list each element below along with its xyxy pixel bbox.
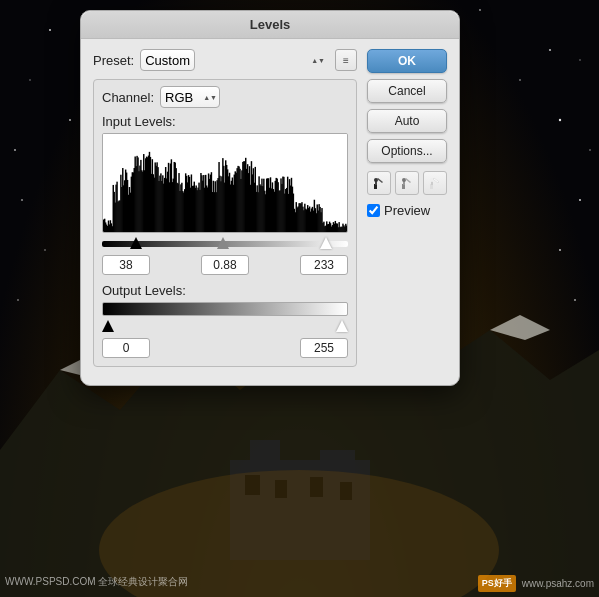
preset-label: Preset: — [93, 53, 134, 68]
watermark-left: WWW.PSPSD.COM 全球经典设计聚合网 — [5, 575, 188, 592]
black-input-handle[interactable] — [130, 237, 142, 249]
dialog-title: Levels — [250, 17, 290, 32]
options-button[interactable]: Options... — [367, 139, 447, 163]
histogram — [102, 133, 348, 233]
svg-point-11 — [579, 59, 580, 60]
svg-point-13 — [579, 199, 581, 201]
svg-point-18 — [574, 299, 576, 301]
white-output-input[interactable] — [300, 338, 348, 358]
black-output-input[interactable] — [102, 338, 150, 358]
watermark: WWW.PSPSD.COM 全球经典设计聚合网 PS好手 www.psahz.c… — [5, 575, 594, 592]
auto-button[interactable]: Auto — [367, 109, 447, 133]
output-level-fields — [102, 338, 348, 358]
output-slider-container[interactable] — [102, 320, 348, 334]
preview-checkbox[interactable] — [367, 204, 380, 217]
white-input-handle[interactable] — [320, 237, 332, 249]
ok-button[interactable]: OK — [367, 49, 447, 73]
cancel-button[interactable]: Cancel — [367, 79, 447, 103]
input-level-fields — [102, 255, 348, 275]
white-eyedropper-button[interactable] — [423, 171, 447, 195]
dialog-right-panel: OK Cancel Auto Options... — [367, 49, 447, 373]
svg-point-10 — [559, 119, 561, 121]
svg-point-9 — [519, 79, 521, 81]
svg-point-7 — [29, 79, 31, 81]
svg-point-15 — [21, 199, 23, 201]
input-levels-label: Input Levels: — [102, 114, 348, 129]
channel-select-wrapper: RGB Red Green Blue — [160, 86, 220, 108]
black-level-input[interactable] — [102, 255, 150, 275]
svg-point-8 — [69, 119, 71, 121]
svg-point-16 — [44, 249, 45, 250]
svg-point-12 — [14, 149, 16, 151]
watermark-right: www.psahz.com — [522, 578, 594, 589]
preview-label: Preview — [384, 203, 430, 218]
channel-label: Channel: — [102, 90, 154, 105]
preset-select[interactable]: Custom — [140, 49, 195, 71]
levels-dialog: Levels Preset: Custom ≡ Channel: — [80, 10, 460, 386]
svg-marker-24 — [490, 315, 550, 340]
preset-menu-button[interactable]: ≡ — [335, 49, 357, 71]
preview-row: Preview — [367, 203, 447, 218]
watermark-logo: PS好手 — [478, 575, 516, 592]
black-output-handle[interactable] — [102, 320, 114, 332]
input-slider-track[interactable] — [102, 237, 348, 251]
histogram-canvas — [103, 134, 347, 232]
channel-select[interactable]: RGB Red Green Blue — [160, 86, 220, 108]
svg-rect-26 — [250, 440, 280, 470]
midtone-level-input[interactable] — [201, 255, 249, 275]
gray-eyedropper-button[interactable] — [395, 171, 419, 195]
svg-point-6 — [549, 49, 551, 51]
svg-point-17 — [559, 249, 561, 251]
channel-group: Channel: RGB Red Green Blue Input Levels… — [93, 79, 357, 367]
dialog-left-panel: Preset: Custom ≡ Channel: RGB Red — [93, 49, 357, 373]
svg-point-5 — [479, 9, 481, 11]
midtone-input-handle[interactable] — [217, 237, 229, 249]
svg-point-19 — [17, 299, 19, 301]
dialog-titlebar: Levels — [81, 11, 459, 39]
preset-select-wrapper: Custom — [140, 49, 329, 71]
white-output-handle[interactable] — [336, 320, 348, 332]
channel-row: Channel: RGB Red Green Blue — [102, 86, 348, 108]
preset-row: Preset: Custom ≡ — [93, 49, 357, 71]
output-gradient — [102, 302, 348, 316]
output-levels-label: Output Levels: — [102, 283, 348, 298]
svg-point-14 — [589, 149, 591, 151]
svg-point-0 — [49, 29, 51, 31]
black-eyedropper-button[interactable] — [367, 171, 391, 195]
eyedropper-row — [367, 171, 447, 195]
white-level-input[interactable] — [300, 255, 348, 275]
